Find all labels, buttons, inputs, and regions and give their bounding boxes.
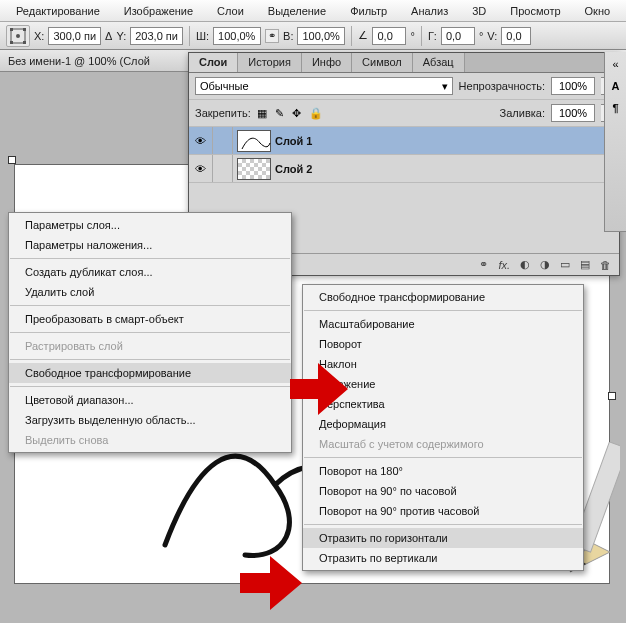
panel-tab-Инфо[interactable]: Инфо: [302, 53, 352, 72]
panel-tab-Слои[interactable]: Слои: [189, 53, 238, 72]
red-arrow-1: [290, 363, 350, 415]
opacity-label: Непрозрачность:: [459, 80, 545, 92]
lock-label: Закрепить:: [195, 107, 251, 119]
menu-item[interactable]: Отразить по горизонтали: [303, 528, 583, 548]
panel-tab-Символ[interactable]: Символ: [352, 53, 413, 72]
layers-list: 👁Слой 1👁Слой 2: [189, 127, 619, 183]
menu-item[interactable]: Преобразовать в смарт-объект: [9, 309, 291, 329]
y-label: Y:: [116, 30, 126, 42]
deg-label: °: [410, 30, 414, 42]
h-label: В:: [283, 30, 293, 42]
delta-label: Δ: [105, 30, 112, 42]
menu-Фильтр[interactable]: Фильтр: [338, 2, 399, 20]
shear-h-label: Г:: [428, 30, 437, 42]
layer-row[interactable]: 👁Слой 2: [189, 155, 619, 183]
menu-item[interactable]: Свободное трансформирование: [303, 287, 583, 307]
shear-h-field[interactable]: 0,0: [441, 27, 475, 45]
svg-rect-3: [23, 28, 26, 31]
document-tab-label: Без имени-1 @ 100% (Слой: [8, 55, 150, 67]
menu-item: Выделить снова: [9, 430, 291, 450]
menu-item: Масштаб с учетом содержимого: [303, 434, 583, 454]
svg-rect-5: [23, 41, 26, 44]
transform-origin-icon[interactable]: [6, 25, 30, 47]
w-label: Ш:: [196, 30, 209, 42]
angle-field[interactable]: 0,0: [372, 27, 406, 45]
context-menu-layer: Параметры слоя...Параметры наложения...С…: [8, 212, 292, 453]
svg-rect-2: [10, 28, 13, 31]
side-toolbar: « A ¶: [604, 52, 626, 232]
context-menu-transform: Свободное трансформированиеМасштабирован…: [302, 284, 584, 571]
layer-name: Слой 1: [275, 135, 312, 147]
deg2-label: °: [479, 30, 483, 42]
svg-rect-4: [10, 41, 13, 44]
menu-item[interactable]: Создать дубликат слоя...: [9, 262, 291, 282]
menu-item: Растрировать слой: [9, 336, 291, 356]
layer-name: Слой 2: [275, 163, 312, 175]
menu-Слои[interactable]: Слои: [205, 2, 256, 20]
lock-pixels-icon[interactable]: ✎: [275, 107, 284, 120]
panel-tab-Абзац[interactable]: Абзац: [413, 53, 465, 72]
menu-Выделение[interactable]: Выделение: [256, 2, 338, 20]
menu-item[interactable]: Деформация: [303, 414, 583, 434]
menu-Редактирование[interactable]: Редактирование: [4, 2, 112, 20]
angle-icon: ∠: [358, 29, 368, 42]
layer-thumbnail[interactable]: [237, 130, 271, 152]
svg-marker-10: [240, 556, 302, 610]
x-field[interactable]: 300,0 пи: [48, 27, 101, 45]
visibility-icon[interactable]: 👁: [189, 127, 213, 154]
lock-position-icon[interactable]: ✥: [292, 107, 301, 120]
y-field[interactable]: 203,0 пи: [130, 27, 183, 45]
trash-icon[interactable]: 🗑: [600, 259, 611, 271]
lock-all-icon[interactable]: 🔒: [309, 107, 323, 120]
menu-item[interactable]: Поворот: [303, 334, 583, 354]
menu-item[interactable]: Отразить по вертикали: [303, 548, 583, 568]
menu-item[interactable]: Поворот на 180°: [303, 461, 583, 481]
panel-tabs: СлоиИсторияИнфоСимволАбзац▾▸: [189, 53, 619, 73]
options-bar: X: 300,0 пи Δ Y: 203,0 пи Ш: 100,0% ⚭ В:…: [0, 22, 626, 50]
new-layer-icon[interactable]: ▤: [580, 258, 590, 271]
adjustment-icon[interactable]: ◑: [540, 258, 550, 271]
menu-Анализ[interactable]: Анализ: [399, 2, 460, 20]
layer-row[interactable]: 👁Слой 1: [189, 127, 619, 155]
menu-item[interactable]: Цветовой диапазон...: [9, 390, 291, 410]
menu-item[interactable]: Свободное трансформирование: [9, 363, 291, 383]
menu-item[interactable]: Параметры слоя...: [9, 215, 291, 235]
menu-item[interactable]: Удалить слой: [9, 282, 291, 302]
shear-v-field[interactable]: 0,0: [501, 27, 531, 45]
shear-v-label: V:: [487, 30, 497, 42]
menu-item[interactable]: Масштабирование: [303, 314, 583, 334]
menubar: РедактированиеИзображениеСлоиВыделениеФи…: [0, 0, 626, 22]
tool-b-icon[interactable]: ¶: [612, 102, 618, 114]
menu-Окно[interactable]: Окно: [573, 2, 623, 20]
menu-item[interactable]: Поворот на 90° по часовой: [303, 481, 583, 501]
menu-Просмотр[interactable]: Просмотр: [498, 2, 572, 20]
fx-icon[interactable]: fx.: [498, 259, 510, 271]
blend-mode-value: Обычные: [200, 80, 249, 92]
tool-a-icon[interactable]: A: [612, 80, 620, 92]
expand-icon[interactable]: «: [612, 58, 618, 70]
fill-field[interactable]: 100%: [551, 104, 595, 122]
menu-item[interactable]: Поворот на 90° против часовой: [303, 501, 583, 521]
svg-point-1: [16, 34, 20, 38]
opacity-field[interactable]: 100%: [551, 77, 595, 95]
h-field[interactable]: 100,0%: [297, 27, 345, 45]
link-layers-icon[interactable]: ⚭: [479, 258, 488, 271]
panel-tab-История[interactable]: История: [238, 53, 302, 72]
visibility-icon[interactable]: 👁: [189, 155, 213, 182]
red-arrow-2: [240, 556, 304, 610]
folder-icon[interactable]: ▭: [560, 258, 570, 271]
x-label: X:: [34, 30, 44, 42]
menu-item[interactable]: Загрузить выделенную область...: [9, 410, 291, 430]
handle-e[interactable]: [608, 392, 616, 400]
blend-mode-dropdown[interactable]: Обычные ▾: [195, 77, 453, 95]
w-field[interactable]: 100,0%: [213, 27, 261, 45]
menu-3D[interactable]: 3D: [460, 2, 498, 20]
menu-Изображение[interactable]: Изображение: [112, 2, 205, 20]
menu-item[interactable]: Параметры наложения...: [9, 235, 291, 255]
svg-marker-9: [290, 363, 348, 415]
lock-transparency-icon[interactable]: ▦: [257, 107, 267, 120]
handle-nw[interactable]: [8, 156, 16, 164]
layer-thumbnail[interactable]: [237, 158, 271, 180]
link-icon[interactable]: ⚭: [265, 29, 279, 43]
mask-icon[interactable]: ◐: [520, 258, 530, 271]
